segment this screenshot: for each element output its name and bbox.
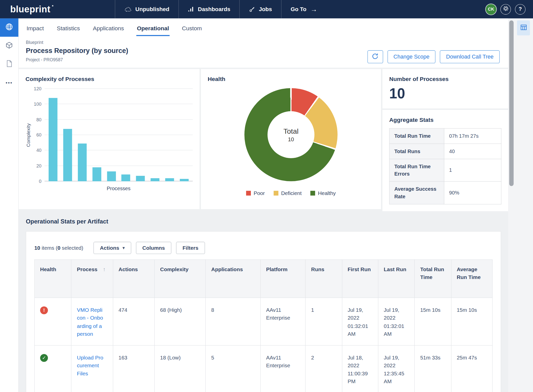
y-tick-label: 0 — [39, 179, 41, 184]
legend-label: Healthy — [318, 190, 336, 196]
agg-label: Total Runs — [389, 144, 444, 159]
donut-center: Total 10 — [268, 111, 314, 158]
donut-total-label: Total — [283, 127, 299, 135]
sidebar-item-documents[interactable] — [0, 55, 18, 73]
user-avatar[interactable]: CK — [486, 4, 496, 15]
refresh-icon — [372, 52, 379, 61]
legend-item: Healthy — [310, 190, 336, 196]
bar-chart-icon — [188, 7, 195, 12]
col-process-label: Process — [77, 266, 97, 272]
nav-item-unpublished[interactable]: Unpublished — [115, 0, 179, 18]
navbar-right-cluster: CK ? — [486, 4, 526, 15]
total-run-time-cell: 15m 10s — [415, 298, 451, 345]
sidebar-item-global[interactable] — [0, 18, 18, 37]
blueprint-logo[interactable]: blueprint — [10, 4, 50, 15]
first-run-cell: Jul 18, 2022 11:00:39 PM — [342, 345, 378, 392]
right-rail — [508, 18, 533, 392]
items-summary: 10 items (0 selected) — [34, 245, 83, 251]
nav-label-jobs: Jobs — [259, 6, 272, 13]
sort-asc-icon[interactable]: ↑ — [103, 266, 105, 272]
x-axis-label: Processes — [45, 185, 193, 191]
settings-button[interactable] — [500, 4, 511, 15]
agg-label: Total Run Time Errors — [389, 159, 444, 182]
tab-applications[interactable]: Applications — [92, 25, 125, 36]
agg-value: 40 — [444, 144, 501, 159]
refresh-button[interactable] — [367, 50, 383, 63]
last-run-cell: Jul 19, 2022 01:32:01 AM — [378, 298, 415, 345]
legend-label: Deficient — [281, 190, 302, 196]
table-row: ! VMO Replicon - Onboarding of a person … — [35, 298, 492, 345]
number-of-processes-panel: Number of Processes 10 — [382, 69, 508, 108]
bar — [63, 129, 72, 181]
process-link[interactable]: Upload Procurement Files — [77, 354, 103, 377]
change-scope-button[interactable]: Change Scope — [387, 50, 435, 63]
col-actions[interactable]: Actions — [113, 260, 155, 298]
columns-button[interactable]: Columns — [136, 242, 171, 254]
bar — [92, 167, 101, 181]
table-header-row: Health Process↑ Actions Complexity Appli… — [35, 260, 492, 298]
process-cell: Upload Procurement Files — [71, 345, 113, 392]
total-run-time-cell: 51m 33s — [415, 345, 451, 392]
col-platform[interactable]: Platform — [260, 260, 305, 298]
average-run-time-cell: 25m 47s — [451, 345, 492, 392]
agg-row: Average Success Rate 90% — [389, 181, 501, 204]
nav-item-goto[interactable]: Go To → — [281, 0, 327, 18]
col-last-run[interactable]: Last Run — [378, 260, 415, 298]
bar — [49, 98, 57, 181]
agg-row: Total Runs 40 — [389, 144, 501, 159]
legend-swatch — [246, 191, 251, 195]
nav-item-jobs[interactable]: Jobs — [240, 0, 281, 18]
help-button[interactable]: ? — [515, 4, 526, 15]
key-icon — [249, 6, 256, 13]
tab-custom[interactable]: Custom — [181, 25, 202, 36]
table-row: ✓ Upload Procurement Files 163 18 (Low) … — [35, 345, 492, 392]
section-title: Operational Stats per Artifact — [26, 218, 508, 225]
tab-bar: Impact Statistics Applications Operation… — [26, 18, 499, 36]
bar — [165, 178, 174, 181]
col-applications[interactable]: Applications — [206, 260, 261, 298]
summary-panels: Complexity of Processes Complexity 02040… — [19, 69, 508, 209]
healthy-status-icon: ✓ — [40, 354, 48, 362]
applications-cell: 8 — [206, 298, 261, 345]
y-tick-label: 60 — [36, 132, 41, 137]
nav-item-dashboards[interactable]: Dashboards — [179, 0, 240, 18]
actions-cell: 474 — [113, 298, 155, 345]
complexity-cell: 68 (High) — [155, 298, 206, 345]
tab-statistics[interactable]: Statistics — [56, 25, 80, 36]
col-total-run-time[interactable]: Total Run Time — [415, 260, 451, 298]
tab-impact[interactable]: Impact — [26, 25, 44, 36]
app-root: blueprint Unpublished Dashboards — [0, 0, 533, 392]
complexity-panel: Complexity of Processes Complexity 02040… — [19, 69, 199, 209]
actions-button[interactable]: Actions ▾ — [94, 242, 131, 254]
y-tick-label: 40 — [36, 148, 41, 153]
tab-operational[interactable]: Operational — [136, 25, 170, 36]
download-call-tree-button[interactable]: Download Call Tree — [440, 50, 500, 63]
y-tick-label: 20 — [36, 163, 41, 168]
selected-label: selected) — [61, 245, 83, 251]
complexity-bar-chart: Complexity 020406080100120 — [25, 89, 193, 181]
complexity-panel-title: Complexity of Processes — [25, 76, 193, 83]
sidebar-item-more[interactable]: ••• — [0, 73, 18, 92]
col-runs[interactable]: Runs — [306, 260, 342, 298]
col-health[interactable]: Health — [35, 260, 71, 298]
vertical-scrollbar-thumb[interactable] — [509, 20, 514, 186]
agg-label: Average Success Rate — [389, 181, 444, 204]
side-panel-toggle[interactable] — [517, 20, 530, 35]
col-average-run-time[interactable]: Average Run Time — [451, 260, 492, 298]
process-link[interactable]: VMO Replicon - Onboarding of a person — [77, 306, 103, 338]
col-complexity[interactable]: Complexity — [155, 260, 206, 298]
arrow-right-icon: → — [311, 5, 317, 13]
bar — [78, 144, 87, 181]
breadcrumb[interactable]: Blueprint — [26, 40, 499, 45]
number-of-processes-title: Number of Processes — [389, 76, 501, 83]
filters-button[interactable]: Filters — [176, 242, 205, 254]
aggregate-stats-panel: Aggregate Stats Total Run Time 07h 17m 2… — [382, 110, 508, 211]
col-process[interactable]: Process↑ — [71, 260, 113, 298]
platform-cell: AAv11 Enterprise — [260, 345, 305, 392]
sidebar-item-packages[interactable] — [0, 37, 18, 55]
document-icon — [6, 60, 13, 69]
more-icon: ••• — [6, 80, 13, 86]
col-first-run[interactable]: First Run — [342, 260, 378, 298]
gear-icon — [502, 6, 509, 13]
left-sidebar: ••• — [0, 18, 19, 392]
